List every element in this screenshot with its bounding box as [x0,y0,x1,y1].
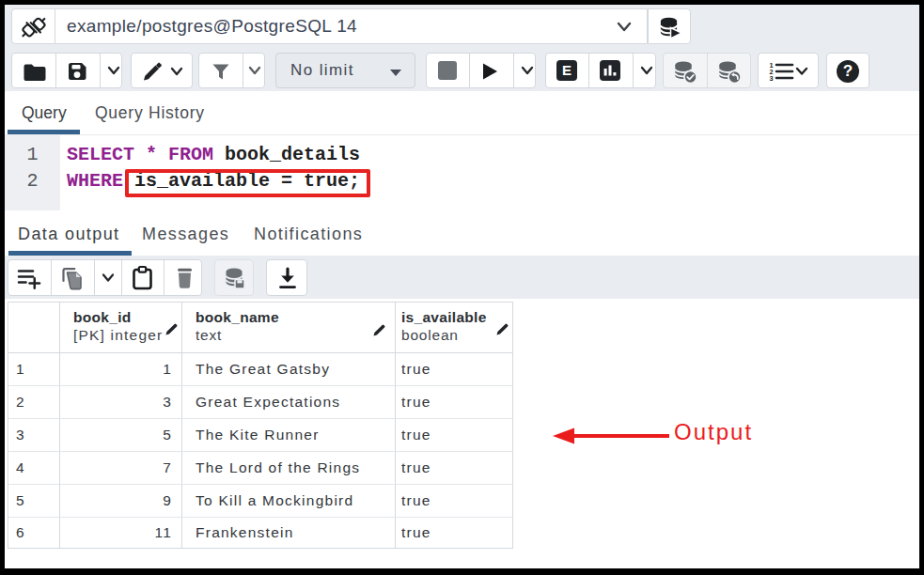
svg-text:3: 3 [769,74,773,83]
